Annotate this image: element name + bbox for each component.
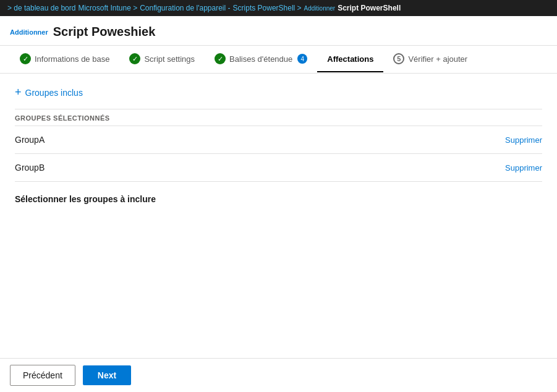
badge-tab3: 4 bbox=[297, 54, 307, 64]
delete-button-b[interactable]: Supprimer bbox=[505, 163, 542, 173]
breadcrumb-add-label: Additionner bbox=[304, 5, 336, 12]
add-group-label: Groupes inclus bbox=[25, 88, 83, 98]
breadcrumb-bar: > de tableau de bord Microsoft Intune > … bbox=[0, 0, 557, 16]
page-title: Script Poweshiek bbox=[53, 25, 156, 39]
group-name-a: GroupA bbox=[15, 135, 45, 145]
back-button[interactable]: Précédent bbox=[10, 365, 75, 386]
group-name-b: GroupB bbox=[15, 163, 45, 173]
add-group-row[interactable]: + Groupes inclus bbox=[15, 83, 542, 101]
check-icon-tab3: ✓ bbox=[215, 53, 226, 64]
group-row-a: GroupA Supprimer bbox=[15, 126, 542, 154]
page-header: Additionner Script Poweshiek bbox=[0, 16, 557, 46]
main-content: + Groupes inclus GROUPES SÉLECTIONNÉS Gr… bbox=[0, 74, 557, 214]
select-message: Sélectionner les groupes à inclure bbox=[15, 194, 542, 204]
check-icon-tab2: ✓ bbox=[129, 53, 140, 64]
delete-button-a[interactable]: Supprimer bbox=[505, 135, 542, 145]
breadcrumb-current: Script PowerShell bbox=[338, 4, 401, 12]
breadcrumb-intune[interactable]: Microsoft Intune > bbox=[78, 4, 137, 12]
group-list: GroupA Supprimer GroupB Supprimer bbox=[15, 126, 542, 182]
breadcrumb-dashboard[interactable]: > de tableau de bord bbox=[7, 4, 75, 12]
tab-informations-de-base[interactable]: ✓ Informations de base bbox=[10, 46, 119, 73]
wizard-tabs: ✓ Informations de base ✓ Script settings… bbox=[0, 46, 557, 74]
step-num-tab5: 5 bbox=[393, 53, 404, 64]
tab-label-1: Informations de base bbox=[35, 54, 109, 64]
footer: Précédent Next bbox=[0, 358, 557, 392]
tab-balises[interactable]: ✓ Balises d'étendue 4 bbox=[205, 46, 317, 73]
tab-label-2: Script settings bbox=[144, 54, 195, 64]
tab-label-4: Affectations bbox=[327, 54, 373, 64]
group-row-b: GroupB Supprimer bbox=[15, 154, 542, 182]
tab-label-3: Balises d'étendue bbox=[229, 54, 292, 64]
section-label: GROUPES SÉLECTIONNÉS bbox=[15, 109, 542, 126]
check-icon-tab1: ✓ bbox=[20, 53, 31, 64]
next-button[interactable]: Next bbox=[83, 365, 131, 385]
page-add-label: Additionner bbox=[10, 28, 48, 36]
plus-icon: + bbox=[15, 86, 22, 99]
tab-script-settings[interactable]: ✓ Script settings bbox=[119, 46, 205, 73]
tab-affectations[interactable]: Affectations bbox=[317, 47, 383, 72]
tab-verifier[interactable]: 5 Vérifier + ajouter bbox=[383, 46, 477, 73]
tab-label-5: Vérifier + ajouter bbox=[408, 54, 467, 64]
breadcrumb-config[interactable]: Configuration de l'appareil - bbox=[140, 4, 230, 12]
breadcrumb-scripts[interactable]: Scripts PowerShell > bbox=[233, 4, 302, 12]
